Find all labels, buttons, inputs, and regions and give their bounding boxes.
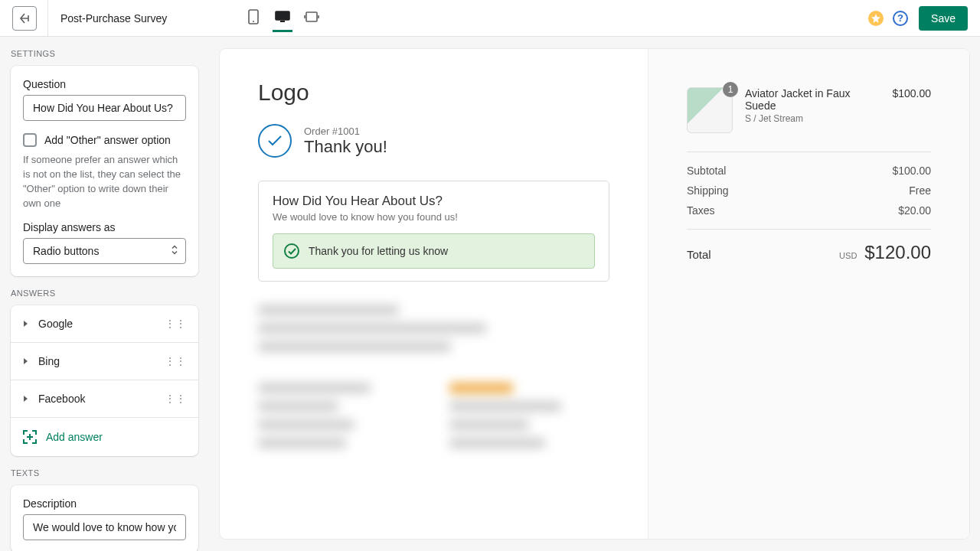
product-thumbnail: 1	[687, 87, 733, 133]
other-option-help: If someone prefer an answer which is not…	[23, 153, 186, 210]
star-icon[interactable]	[868, 11, 884, 26]
description-label: Description	[23, 497, 186, 510]
order-number: Order #1001	[304, 126, 387, 137]
success-message: Thank you for letting us know	[309, 245, 448, 257]
survey-question: How Did You Hear About Us?	[273, 194, 595, 209]
fullwidth-view-button[interactable]	[302, 5, 322, 32]
add-icon	[23, 430, 37, 444]
svg-rect-4	[306, 12, 317, 21]
svg-point-1	[253, 21, 254, 22]
chevron-right-icon	[23, 393, 29, 405]
product-price: $100.00	[892, 87, 931, 99]
subtotal-label: Subtotal	[687, 165, 726, 177]
texts-section-label: Texts	[11, 468, 198, 478]
settings-sidebar: Settings Question Add "Other" answer opt…	[0, 37, 209, 551]
answer-row[interactable]: Facebook ⋮⋮	[11, 380, 198, 418]
add-answer-button[interactable]: Add answer	[11, 418, 198, 456]
svg-rect-2	[276, 11, 289, 20]
quantity-badge: 1	[723, 82, 738, 97]
survey-card: How Did You Hear About Us? We would love…	[258, 181, 609, 282]
shipping-label: Shipping	[687, 184, 729, 197]
drag-handle-icon[interactable]: ⋮⋮	[165, 393, 186, 405]
mobile-view-button[interactable]	[243, 5, 263, 32]
divider	[687, 229, 931, 230]
answer-label: Bing	[38, 355, 165, 367]
help-icon[interactable]: ?	[893, 11, 908, 26]
taxes-label: Taxes	[687, 204, 715, 217]
answer-row[interactable]: Google ⋮⋮	[11, 305, 198, 343]
other-option-label: Add "Other" answer option	[44, 134, 171, 146]
success-check-icon	[284, 243, 299, 259]
preview-canvas: Logo Order #1001 Thank you! How Did You …	[220, 49, 969, 539]
blurred-content	[258, 305, 609, 456]
chevron-right-icon	[23, 318, 29, 330]
logo-placeholder: Logo	[258, 80, 609, 106]
subtotal-value: $100.00	[892, 165, 931, 177]
divider	[687, 152, 931, 152]
currency-code: USD	[839, 251, 857, 260]
shipping-value: Free	[909, 184, 931, 197]
drag-handle-icon[interactable]: ⋮⋮	[165, 355, 186, 367]
thank-you-heading: Thank you!	[304, 137, 387, 157]
desktop-view-button[interactable]	[273, 5, 292, 32]
survey-description: We would love to know how you found us!	[273, 211, 595, 223]
other-option-checkbox[interactable]	[23, 133, 37, 147]
save-button[interactable]: Save	[919, 6, 968, 31]
description-input[interactable]	[23, 514, 186, 540]
page-title: Post-Purchase Survey	[60, 12, 167, 24]
answer-row[interactable]: Bing ⋮⋮	[11, 343, 198, 380]
settings-section-label: Settings	[11, 49, 198, 58]
total-label: Total	[687, 248, 711, 261]
taxes-value: $20.00	[898, 204, 931, 217]
drag-handle-icon[interactable]: ⋮⋮	[165, 318, 186, 330]
total-value: $120.00	[864, 242, 931, 262]
answer-label: Facebook	[38, 393, 165, 405]
question-input[interactable]	[23, 95, 186, 121]
back-button[interactable]	[12, 6, 37, 31]
add-answer-label: Add answer	[46, 431, 103, 443]
check-circle-icon	[258, 124, 292, 158]
success-banner: Thank you for letting us know	[273, 233, 595, 269]
product-name: Aviator Jacket in Faux Suede	[745, 87, 880, 112]
question-label: Question	[23, 78, 186, 90]
product-variant: S / Jet Stream	[745, 113, 880, 124]
divider	[47, 0, 48, 37]
chevron-right-icon	[23, 355, 29, 367]
display-as-label: Display answers as	[23, 221, 186, 233]
display-as-select[interactable]: Radio buttons	[23, 238, 186, 264]
answers-section-label: Answers	[11, 289, 198, 298]
svg-rect-3	[280, 21, 285, 22]
answer-label: Google	[38, 318, 165, 330]
